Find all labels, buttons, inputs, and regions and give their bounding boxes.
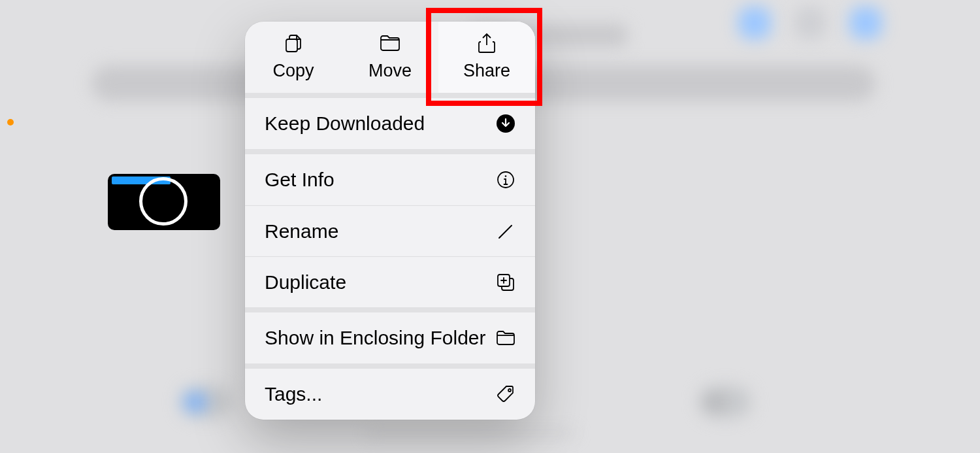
duplicate-icon [496,273,515,292]
keep-downloaded-label: Keep Downloaded [265,112,425,135]
action-row: Copy Move Share [245,22,535,98]
rename-item[interactable]: Rename [245,205,535,256]
blurred-bg [699,386,751,418]
share-button[interactable]: Share [438,22,535,93]
pencil-icon [496,222,515,241]
blurred-bg [794,7,826,39]
svg-point-4 [505,175,507,177]
keep-downloaded-item[interactable]: Keep Downloaded [245,98,535,149]
svg-rect-0 [286,39,297,52]
download-circle-icon [496,114,515,133]
status-dot [7,119,14,126]
folder-icon [496,328,515,348]
get-info-label: Get Info [265,169,335,191]
blurred-bg [366,431,575,435]
get-info-item[interactable]: Get Info [245,154,535,205]
copy-label: Copy [272,61,314,81]
tags-item[interactable]: Tags... [245,369,535,420]
duplicate-item[interactable]: Duplicate [245,256,535,307]
folder-icon [380,33,400,53]
move-button[interactable]: Move [342,22,438,93]
tag-icon [496,384,515,404]
move-label: Move [368,61,412,81]
context-menu: Copy Move Share Keep Downl [245,22,535,420]
file-thumbnail[interactable] [108,174,220,230]
share-label: Share [463,61,510,81]
show-in-enclosing-folder-item[interactable]: Show in Enclosing Folder [245,312,535,363]
tags-label: Tags... [265,383,322,405]
blurred-bg [849,7,882,39]
blurred-bg [738,7,771,39]
svg-point-7 [508,389,511,392]
rename-label: Rename [265,220,338,243]
duplicate-label: Duplicate [265,271,346,294]
share-icon [478,33,496,53]
copy-icon [284,33,303,53]
copy-button[interactable]: Copy [245,22,342,93]
blurred-bg [180,386,232,418]
info-icon [496,170,515,190]
show-in-enclosing-label: Show in Enclosing Folder [265,327,486,349]
